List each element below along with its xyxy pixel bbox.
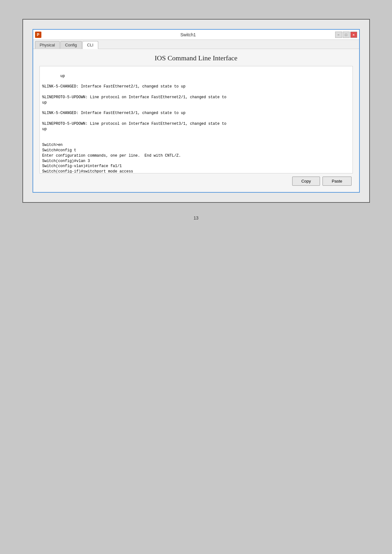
page-container: P Switch1 − □ × Physical Config CLI IOS … [22,19,370,203]
tab-physical[interactable]: Physical [35,41,60,49]
copy-button[interactable]: Copy [292,177,320,186]
window: P Switch1 − □ × Physical Config CLI IOS … [33,29,360,193]
button-row: Copy Paste [39,173,353,187]
tab-cli[interactable]: CLI [82,41,98,49]
title-bar-controls: − □ × [335,32,357,38]
minimize-button[interactable]: − [335,32,342,38]
close-button[interactable]: × [350,32,357,38]
tab-bar: Physical Config CLI [33,40,359,49]
maximize-button[interactable]: □ [343,32,350,38]
cli-terminal[interactable]: up %LINK-5-CHANGED: Interface FastEthern… [39,66,353,173]
section-title: IOS Command Line Interface [39,54,353,62]
window-icon: P [35,32,41,38]
page-number: 13 [194,215,199,220]
terminal-content: up %LINK-5-CHANGED: Interface FastEthern… [42,74,226,173]
tab-config[interactable]: Config [60,41,82,49]
paste-button[interactable]: Paste [323,177,351,186]
window-title: Switch1 [41,32,335,37]
title-bar: P Switch1 − □ × [33,30,359,40]
content-area: IOS Command Line Interface up %LINK-5-CH… [33,49,359,192]
